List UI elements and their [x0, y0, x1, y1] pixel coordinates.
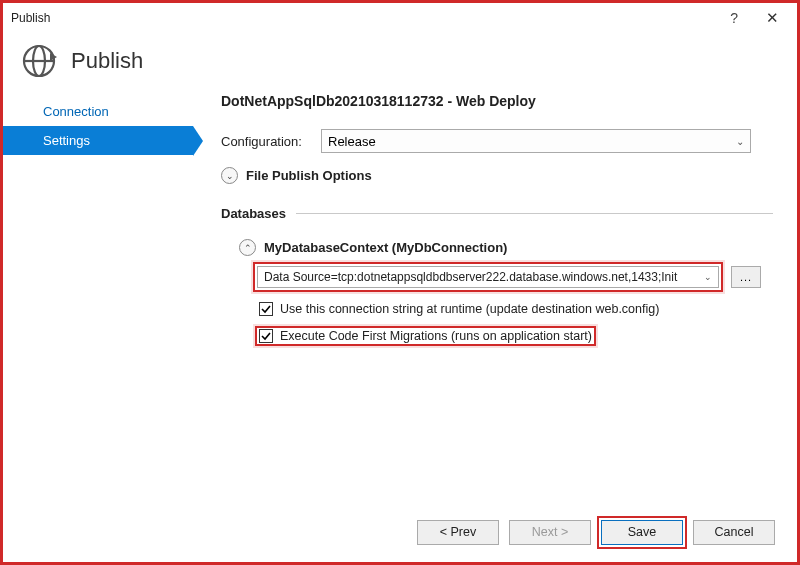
connection-string-select[interactable]: Data Source=tcp:dotnetappsqldbdbserver22… [257, 266, 719, 288]
save-label: Save [628, 525, 657, 539]
check-icon [261, 304, 271, 314]
nav-item-connection[interactable]: Connection [3, 97, 193, 126]
highlight-marker: Execute Code First Migrations (runs on a… [255, 326, 596, 346]
profile-title: DotNetAppSqlDb20210318112732 - Web Deplo… [221, 93, 773, 109]
help-icon[interactable]: ? [730, 10, 738, 26]
window-title: Publish [11, 11, 50, 25]
connection-string-value: Data Source=tcp:dotnetappsqldbdbserver22… [264, 270, 677, 284]
configuration-value: Release [328, 134, 376, 149]
db-context-expander[interactable]: ⌃ MyDatabaseContext (MyDbConnection) [239, 239, 773, 256]
chevron-down-icon: ⌄ [736, 136, 744, 147]
close-icon[interactable]: ✕ [756, 7, 789, 29]
execute-migrations-checkbox[interactable] [259, 329, 273, 343]
browse-button[interactable]: ... [731, 266, 761, 288]
main-panel: DotNetAppSqlDb20210318112732 - Web Deplo… [193, 93, 797, 512]
nav-sidebar: Connection Settings [3, 93, 193, 512]
next-label: Next > [532, 525, 568, 539]
file-publish-label: File Publish Options [246, 168, 372, 183]
configuration-select[interactable]: Release ⌄ [321, 129, 751, 153]
next-button[interactable]: Next > [509, 520, 591, 545]
connection-string-row: Data Source=tcp:dotnetappsqldbdbserver22… [253, 262, 773, 292]
publish-window: Publish ? ✕ Publish Connection Settings … [0, 0, 800, 565]
publish-icon [21, 43, 57, 79]
prev-label: < Prev [440, 525, 476, 539]
cancel-button[interactable]: Cancel [693, 520, 775, 545]
nav-item-label: Settings [43, 133, 90, 148]
databases-section-header: Databases [221, 206, 773, 221]
file-publish-expander[interactable]: ⌄ File Publish Options [221, 167, 773, 184]
execute-migrations-label: Execute Code First Migrations (runs on a… [280, 329, 592, 343]
databases-label: Databases [221, 206, 286, 221]
chevron-up-icon: ⌃ [239, 239, 256, 256]
nav-item-settings[interactable]: Settings [3, 126, 193, 155]
use-connstr-label: Use this connection string at runtime (u… [280, 302, 659, 316]
save-button[interactable]: Save [601, 520, 683, 545]
browse-label: ... [740, 271, 752, 283]
use-connstr-checkbox[interactable] [259, 302, 273, 316]
dialog-title: Publish [71, 48, 143, 74]
cancel-label: Cancel [715, 525, 754, 539]
titlebar: Publish ? ✕ [3, 3, 797, 33]
prev-button[interactable]: < Prev [417, 520, 499, 545]
configuration-label: Configuration: [221, 134, 311, 149]
db-context-label: MyDatabaseContext (MyDbConnection) [264, 240, 507, 255]
dialog-header: Publish [3, 33, 797, 93]
check-icon [261, 331, 271, 341]
use-connstr-checkbox-row: Use this connection string at runtime (u… [259, 302, 773, 316]
nav-item-label: Connection [43, 104, 109, 119]
dialog-footer: < Prev Next > Save Cancel [3, 512, 797, 562]
chevron-down-icon: ⌄ [704, 272, 712, 282]
execute-migrations-checkbox-row: Execute Code First Migrations (runs on a… [259, 329, 592, 343]
highlight-marker: Data Source=tcp:dotnetappsqldbdbserver22… [253, 262, 723, 292]
divider [296, 213, 773, 214]
chevron-down-icon: ⌄ [221, 167, 238, 184]
